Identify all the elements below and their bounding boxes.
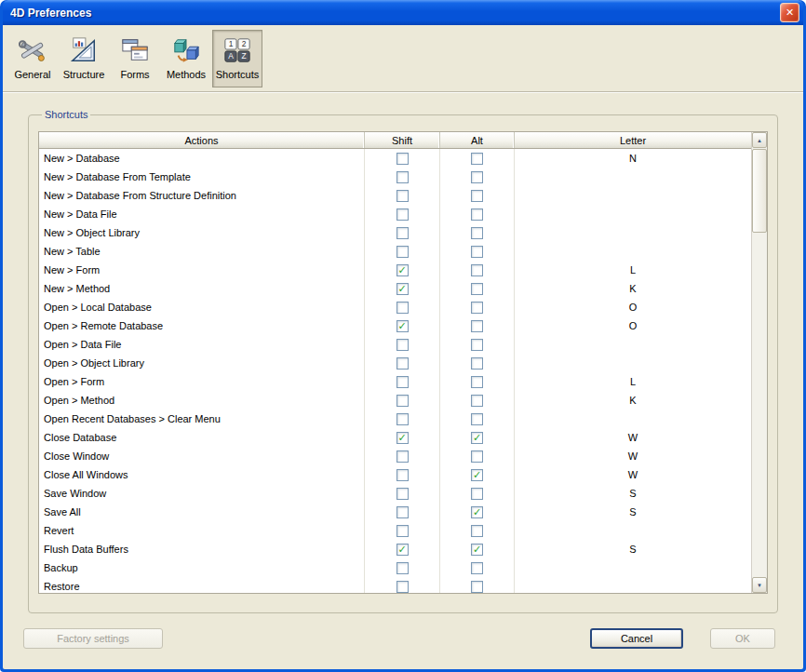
action-label: Flush Data Buffers: [39, 540, 365, 558]
table-row[interactable]: Close All Windows✓W: [39, 465, 751, 484]
forms-icon: [120, 35, 150, 65]
table-row[interactable]: New > Method✓K: [39, 279, 751, 298]
preferences-window: 4D Preferences ✕ GeneralStructureFormsMe…: [0, 0, 806, 672]
alt-checkbox[interactable]: ✓: [471, 469, 483, 481]
shift-checkbox[interactable]: [396, 302, 409, 314]
alt-checkbox[interactable]: [471, 562, 483, 574]
table-row[interactable]: Save All✓S: [39, 503, 751, 521]
table-row[interactable]: Revert: [39, 521, 751, 540]
table-row[interactable]: New > Object Library: [39, 223, 751, 242]
shift-checkbox[interactable]: ✓: [396, 544, 409, 556]
table-row[interactable]: Open > Data File: [39, 335, 751, 354]
alt-checkbox[interactable]: [471, 395, 483, 407]
shift-checkbox[interactable]: ✓: [396, 264, 409, 276]
shift-checkbox[interactable]: [396, 153, 409, 165]
shift-checkbox[interactable]: [396, 339, 409, 351]
alt-checkbox[interactable]: [471, 264, 483, 276]
alt-checkbox[interactable]: ✓: [471, 506, 483, 518]
shift-cell: [365, 242, 440, 261]
alt-checkbox[interactable]: ✓: [471, 432, 483, 444]
shift-checkbox[interactable]: [396, 395, 409, 407]
shift-checkbox[interactable]: [396, 208, 409, 221]
table-row[interactable]: Open > Local DatabaseO: [39, 298, 751, 316]
alt-checkbox[interactable]: [471, 153, 483, 165]
table-row[interactable]: Open > FormL: [39, 372, 751, 391]
table-row[interactable]: Backup: [39, 558, 751, 577]
alt-checkbox[interactable]: [471, 525, 483, 537]
shift-checkbox[interactable]: [396, 376, 409, 388]
column-header-shift[interactable]: Shift: [365, 132, 440, 148]
alt-checkbox[interactable]: ✓: [471, 544, 483, 556]
alt-checkbox[interactable]: [471, 581, 483, 593]
column-header-letter[interactable]: Letter: [515, 132, 751, 148]
alt-checkbox[interactable]: [471, 413, 483, 425]
toolbar-item-general[interactable]: General: [7, 30, 58, 87]
table-row[interactable]: Flush Data Buffers✓✓S: [39, 540, 751, 558]
alt-checkbox[interactable]: [471, 302, 483, 314]
toolbar-item-structure[interactable]: Structure: [59, 30, 109, 87]
alt-checkbox[interactable]: [471, 246, 483, 258]
letter-value: [515, 242, 751, 261]
shift-checkbox[interactable]: [396, 357, 409, 370]
alt-checkbox[interactable]: [471, 227, 483, 239]
cancel-button[interactable]: Cancel: [590, 628, 683, 649]
shift-cell: [365, 354, 440, 372]
scroll-up-icon[interactable]: ▲: [752, 132, 767, 148]
table-row[interactable]: New > Database From Template: [39, 168, 751, 186]
alt-checkbox[interactable]: [471, 450, 483, 463]
table-row[interactable]: Close WindowW: [39, 447, 751, 465]
shift-checkbox[interactable]: [396, 562, 409, 574]
table-row[interactable]: Open > Object Library: [39, 354, 751, 372]
alt-checkbox[interactable]: [471, 208, 483, 221]
vertical-scrollbar[interactable]: ▲ ▼: [751, 132, 767, 593]
table-row[interactable]: Open > Remote Database✓O: [39, 316, 751, 335]
scrollbar-thumb[interactable]: [752, 149, 767, 233]
toolbar-item-forms[interactable]: Forms: [110, 30, 160, 87]
table-row[interactable]: Close Database✓✓W: [39, 428, 751, 447]
table-row[interactable]: New > Database From Structure Definition: [39, 186, 751, 205]
alt-checkbox[interactable]: [471, 190, 483, 202]
column-header-actions[interactable]: Actions: [39, 132, 365, 148]
table-row[interactable]: New > Data File: [39, 205, 751, 223]
shift-checkbox[interactable]: [396, 488, 409, 500]
shift-checkbox[interactable]: [396, 581, 409, 593]
toolbar-item-methods[interactable]: Methods: [161, 30, 211, 87]
table-row[interactable]: New > Table: [39, 242, 751, 261]
shift-cell: [365, 503, 440, 521]
shift-checkbox[interactable]: [396, 413, 409, 425]
shift-checkbox[interactable]: [396, 171, 409, 183]
action-label: Open Recent Databases > Clear Menu: [39, 410, 365, 428]
toolbar-item-shortcuts[interactable]: 12AZShortcuts: [212, 30, 262, 87]
shift-checkbox[interactable]: [396, 525, 409, 537]
alt-checkbox[interactable]: [471, 171, 483, 183]
table-row[interactable]: New > Form✓L: [39, 261, 751, 279]
table-row[interactable]: Open > MethodK: [39, 391, 751, 410]
shortcuts-groupbox: Shortcuts ActionsShiftAltLetter New > Da…: [28, 109, 778, 613]
table-row[interactable]: Save WindowS: [39, 484, 751, 503]
shift-checkbox[interactable]: [396, 450, 409, 463]
svg-text:Z: Z: [241, 51, 246, 60]
shift-checkbox[interactable]: ✓: [396, 432, 409, 444]
shift-checkbox[interactable]: [396, 227, 409, 239]
scroll-down-icon[interactable]: ▼: [752, 577, 767, 593]
alt-checkbox[interactable]: [471, 357, 483, 370]
alt-checkbox[interactable]: [471, 376, 483, 388]
shift-checkbox[interactable]: [396, 469, 409, 481]
column-header-alt[interactable]: Alt: [440, 132, 515, 148]
alt-checkbox[interactable]: [471, 320, 483, 332]
alt-cell: [440, 168, 515, 186]
shift-checkbox[interactable]: ✓: [396, 283, 409, 295]
shift-checkbox[interactable]: [396, 246, 409, 258]
shift-checkbox[interactable]: ✓: [396, 320, 409, 332]
shift-checkbox[interactable]: [396, 190, 409, 202]
alt-checkbox[interactable]: [471, 283, 483, 295]
shift-cell: [365, 465, 440, 484]
table-row[interactable]: Restore: [39, 577, 751, 593]
table-row[interactable]: Open Recent Databases > Clear Menu: [39, 410, 751, 428]
close-button[interactable]: ✕: [780, 3, 799, 22]
toolbar-item-label: Forms: [120, 69, 149, 80]
alt-checkbox[interactable]: [471, 339, 483, 351]
table-row[interactable]: New > DatabaseN: [39, 149, 751, 168]
shift-checkbox[interactable]: [396, 506, 409, 518]
alt-checkbox[interactable]: [471, 488, 483, 500]
